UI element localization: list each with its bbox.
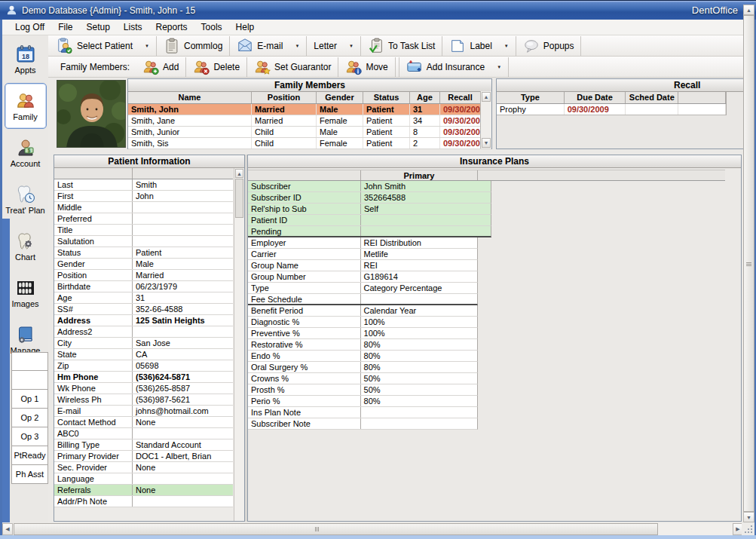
- scroll-down-icon[interactable]: ▼: [482, 138, 491, 148]
- add-insurance-button[interactable]: Add Insurance▼: [401, 58, 507, 76]
- patient-info-row[interactable]: Hm Phone(536)624-5871: [54, 372, 233, 383]
- to-task-list-button[interactable]: To Task List: [363, 37, 440, 55]
- table-row[interactable]: Smith, JohnMarriedMalePatient3109/30/200…: [128, 104, 491, 115]
- menu-item-lists[interactable]: Lists: [117, 20, 149, 35]
- insurance-row[interactable]: Oral Surgery %80%: [248, 362, 478, 373]
- column-header-type[interactable]: Type: [497, 92, 565, 103]
- op-button-op-1[interactable]: Op 1: [11, 390, 48, 409]
- table-row[interactable]: Smith, JuniorChildMalePatient809/30/2009: [128, 127, 491, 138]
- column-header-due-date[interactable]: Due Date: [565, 92, 626, 103]
- patient-info-row[interactable]: Billing TypeStandard Account: [54, 439, 233, 451]
- op-button-op-3[interactable]: Op 3: [11, 427, 48, 446]
- scrollbar-thumb[interactable]: [743, 15, 754, 512]
- delete-button[interactable]: Delete: [188, 58, 245, 76]
- patient-info-row[interactable]: StateCA: [54, 349, 233, 360]
- insurance-row[interactable]: Fee Schedule: [248, 294, 478, 305]
- patient-info-row[interactable]: StatusPatient: [54, 247, 233, 259]
- patient-info-row[interactable]: Title: [54, 225, 233, 236]
- patient-info-row[interactable]: LastSmith: [54, 179, 233, 191]
- table-row[interactable]: Smith, SisChildFemalePatient209/30/2009: [128, 138, 491, 149]
- label-button[interactable]: Label▼: [444, 37, 513, 55]
- op-button-ptready[interactable]: PtReady: [11, 446, 48, 465]
- patient-info-row[interactable]: Address125 Satin Heights: [54, 315, 233, 326]
- insurance-row[interactable]: Preventive %100%: [248, 328, 478, 339]
- op-button-ph-asst[interactable]: Ph Asst: [11, 465, 48, 484]
- insurance-row[interactable]: CarrierMetlife: [248, 249, 478, 260]
- scroll-left-icon[interactable]: ◀: [2, 523, 13, 535]
- insurance-row[interactable]: Perio %80%: [248, 396, 478, 407]
- patient-info-row[interactable]: GenderMale: [54, 259, 233, 270]
- op-slot-empty[interactable]: [11, 371, 48, 390]
- menu-item-log-off[interactable]: Log Off: [8, 20, 51, 35]
- op-button-op-2[interactable]: Op 2: [11, 409, 48, 427]
- insurance-row[interactable]: Crowns %50%: [248, 373, 478, 384]
- scrollbar-thumb[interactable]: [14, 523, 658, 535]
- sidebar-item-appts[interactable]: 18Appts: [5, 36, 47, 82]
- popups-button[interactable]: Popups: [518, 37, 580, 55]
- patient-info-row[interactable]: E-mailjohns@hotmail.com: [54, 406, 233, 417]
- insurance-row[interactable]: Prosth %50%: [248, 384, 478, 396]
- patient-info-row[interactable]: Language: [54, 473, 233, 485]
- family-grid-scrollbar[interactable]: ▲ ▼: [480, 91, 491, 149]
- patient-info-row[interactable]: Zip05698: [54, 360, 233, 372]
- window-horizontal-scrollbar[interactable]: ◀ ▶: [2, 523, 743, 535]
- insurance-row[interactable]: Rel'ship to SubSelf: [248, 204, 491, 215]
- menu-item-help[interactable]: Help: [229, 20, 262, 35]
- op-slot-empty[interactable]: [11, 352, 48, 371]
- insurance-row[interactable]: Endo %80%: [248, 351, 478, 362]
- dropdown-arrow-icon[interactable]: ▼: [344, 44, 354, 48]
- menu-item-tools[interactable]: Tools: [194, 20, 229, 35]
- table-row[interactable]: Smith, JaneMarriedFemalePatient3409/30/2…: [128, 115, 491, 127]
- patient-info-row[interactable]: Primary ProviderDOC1 - Albert, Brian: [54, 451, 233, 462]
- sidebar-item-chart[interactable]: Chart: [5, 223, 47, 269]
- dropdown-arrow-icon[interactable]: ▼: [500, 44, 509, 48]
- patient-info-row[interactable]: Wk Phone(536)265-8587: [54, 383, 233, 394]
- patient-info-row[interactable]: Addr/Ph Note: [54, 496, 233, 507]
- set-guarantor-button[interactable]: Set Guarantor: [249, 58, 336, 76]
- menu-item-setup[interactable]: Setup: [79, 20, 116, 35]
- column-header-status[interactable]: Status: [363, 92, 410, 103]
- dropdown-arrow-icon[interactable]: ▼: [140, 44, 149, 48]
- patient-info-row[interactable]: PositionMarried: [54, 270, 233, 281]
- insurance-row[interactable]: Benefit PeriodCalendar Year: [248, 305, 478, 317]
- insurance-row[interactable]: TypeCategory Percentage: [248, 283, 478, 294]
- e-mail-button[interactable]: E-mail▼: [231, 37, 305, 55]
- column-header-sched-date[interactable]: Sched Date: [626, 92, 678, 103]
- sidebar-item-images[interactable]: Images: [5, 270, 47, 316]
- letter-button[interactable]: Letter▼: [308, 37, 359, 55]
- scroll-down-icon[interactable]: ▼: [743, 512, 754, 522]
- insurance-row[interactable]: Subscriber ID352664588: [248, 192, 491, 204]
- patient-info-row[interactable]: Contact MethodNone: [54, 417, 233, 428]
- sidebar-item-family[interactable]: Family: [5, 83, 47, 129]
- patient-info-row[interactable]: ReferralsNone: [54, 485, 233, 496]
- sidebar-item-treat-plan[interactable]: Treat' Plan: [5, 176, 47, 222]
- patient-info-row[interactable]: Wireless Ph(536)987-5621: [54, 394, 233, 406]
- resize-grip[interactable]: [742, 523, 754, 535]
- scroll-up-icon[interactable]: ▲: [235, 169, 243, 178]
- patient-info-row[interactable]: Sec. ProviderNone: [54, 462, 233, 473]
- insurance-row[interactable]: Ins Plan Note: [248, 407, 478, 418]
- patient-info-row[interactable]: Salutation: [54, 236, 233, 247]
- insurance-row[interactable]: Group NameREI: [248, 260, 478, 271]
- insurance-row[interactable]: Restorative %80%: [248, 339, 478, 351]
- patient-info-row[interactable]: Preferred: [54, 213, 233, 225]
- insurance-row[interactable]: Group NumberG189614: [248, 271, 478, 283]
- column-header-position[interactable]: Position: [252, 92, 317, 103]
- patient-info-row[interactable]: CitySan Jose: [54, 338, 233, 349]
- patient-info-row[interactable]: Address2: [54, 326, 233, 338]
- sidebar-item-account[interactable]: $Account: [5, 130, 47, 176]
- patient-info-row[interactable]: SS#352-66-4588: [54, 304, 233, 315]
- insurance-row[interactable]: Subscriber Note: [248, 418, 478, 430]
- move-button[interactable]: Move: [340, 58, 393, 76]
- select-patient-button[interactable]: Select Patient▼: [51, 37, 155, 55]
- column-header-blank[interactable]: [678, 92, 726, 103]
- dropdown-arrow-icon[interactable]: ▼: [492, 65, 501, 69]
- scrollbar-thumb[interactable]: [235, 179, 243, 218]
- insurance-row[interactable]: Patient ID: [248, 215, 491, 226]
- add-button[interactable]: Add: [137, 58, 184, 76]
- dropdown-arrow-icon[interactable]: ▼: [290, 44, 299, 48]
- insurance-row[interactable]: SubscriberJohn Smith: [248, 181, 491, 192]
- column-header-recall-due[interactable]: Recall Due: [440, 92, 481, 103]
- menu-item-file[interactable]: File: [51, 20, 79, 35]
- patient-info-row[interactable]: Age31: [54, 292, 233, 304]
